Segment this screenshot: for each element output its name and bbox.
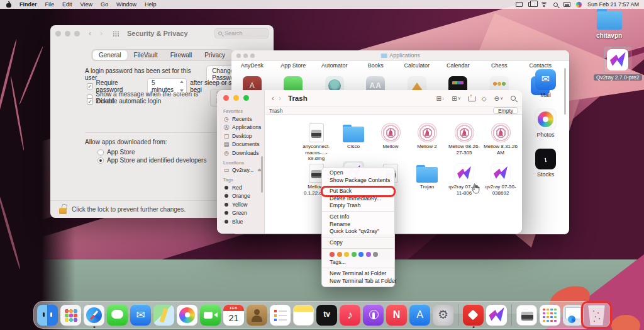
tag-dot-red[interactable] bbox=[330, 252, 335, 257]
show-all-icon[interactable] bbox=[113, 31, 119, 37]
tag-icon[interactable]: ◇ bbox=[482, 95, 487, 102]
dock-app-store-icon[interactable] bbox=[409, 305, 430, 326]
app-item-photos[interactable]: Photos bbox=[522, 109, 569, 138]
dock-mail-icon[interactable] bbox=[130, 305, 151, 326]
menu-item-delete-immediately[interactable]: Delete Immediately... bbox=[322, 195, 394, 203]
menu-view[interactable]: View bbox=[80, 1, 92, 8]
file-item[interactable]: Cisco bbox=[335, 121, 372, 150]
share-icon[interactable] bbox=[469, 95, 474, 101]
tag-dot-grey[interactable] bbox=[373, 252, 378, 257]
menu-item-tags[interactable]: Tags... bbox=[322, 259, 394, 266]
dock-news-icon[interactable] bbox=[386, 305, 407, 326]
dock-finder-icon[interactable] bbox=[37, 305, 58, 326]
apple-menu-icon[interactable] bbox=[6, 2, 11, 8]
app-label[interactable]: Books bbox=[355, 62, 397, 69]
sidebar-tag-yellow[interactable]: Yellow bbox=[223, 200, 264, 209]
tag-dot-green[interactable] bbox=[352, 252, 357, 257]
identified-developers-radio[interactable] bbox=[97, 157, 104, 164]
scrollbar[interactable] bbox=[564, 68, 566, 115]
zoom-button[interactable] bbox=[250, 54, 255, 58]
file-item[interactable]: qv2ray 07-50-038692 bbox=[482, 161, 519, 196]
tag-dot-purple[interactable] bbox=[366, 252, 371, 257]
dock-launchpad-icon[interactable] bbox=[60, 305, 81, 326]
file-item[interactable]: Mellow 8.31.26 AM bbox=[482, 121, 519, 156]
search-input[interactable]: Search bbox=[214, 28, 269, 38]
back-icon[interactable]: ‹ bbox=[89, 29, 91, 38]
view-options-icon[interactable]: ⊞∨ bbox=[452, 95, 461, 102]
file-item[interactable]: anyconnect-macos-...-k9.dmg bbox=[298, 121, 335, 162]
dock-applications-stack-icon[interactable] bbox=[540, 305, 560, 326]
file-item[interactable]: Mellow 08-26-27-305 bbox=[446, 121, 482, 156]
sidebar-item-documents[interactable]: ▤Documents bbox=[223, 140, 264, 149]
app-label[interactable]: AnyDesk bbox=[231, 62, 273, 69]
dock-contacts-icon[interactable] bbox=[247, 305, 267, 326]
menu-item-new-terminal[interactable]: New Terminal at Folder bbox=[322, 270, 394, 278]
desktop-icon-qv2ray[interactable]: Qv2ray 2.7.0-pre2 bbox=[594, 47, 642, 81]
dock-reminders-icon[interactable] bbox=[270, 305, 291, 326]
sidebar-item-downloads[interactable]: ◎Downloads bbox=[223, 149, 264, 157]
file-item[interactable]: Mellow 2 bbox=[409, 121, 445, 150]
icon-size-control[interactable]: ⊞↕ bbox=[436, 95, 444, 102]
file-item[interactable]: Mellow bbox=[372, 121, 409, 150]
app-item-mail[interactable]: ✉ Mail bbox=[522, 69, 569, 98]
dock-messages-icon[interactable] bbox=[107, 305, 128, 326]
minimize-button[interactable] bbox=[233, 95, 239, 101]
app-label[interactable]: Chess bbox=[479, 62, 520, 69]
menu-item-put-back[interactable]: Put Back bbox=[322, 188, 394, 195]
dock-maps-icon[interactable] bbox=[153, 305, 174, 326]
dock-anydesk-icon[interactable] bbox=[463, 305, 484, 326]
dock-system-preferences-icon[interactable] bbox=[433, 305, 453, 326]
app-label[interactable]: Calculator bbox=[396, 62, 438, 69]
app-store-radio[interactable] bbox=[97, 149, 104, 156]
zoom-button[interactable] bbox=[243, 95, 249, 101]
zoom-button[interactable] bbox=[74, 31, 80, 37]
sidebar-item-desktop[interactable]: ▢Desktop bbox=[223, 132, 264, 140]
sidebar-item-applications[interactable]: ⒶApplications bbox=[223, 123, 264, 132]
tag-dot-orange[interactable] bbox=[337, 252, 342, 257]
sidebar-tag-red[interactable]: Red bbox=[223, 183, 264, 192]
desktop-icon-chitavpn[interactable]: chitavpn bbox=[596, 11, 622, 39]
disable-auto-login-checkbox[interactable]: ✓ bbox=[87, 98, 93, 105]
dock-photos-icon[interactable] bbox=[177, 305, 197, 326]
sidebar-tag-green[interactable]: Green bbox=[223, 209, 264, 218]
dock-safari-icon[interactable] bbox=[84, 305, 104, 326]
dock-trash-icon[interactable] bbox=[586, 305, 607, 326]
menu-item-new-terminal-tab[interactable]: New Terminal Tab at Folder bbox=[322, 278, 394, 285]
menu-window[interactable]: Window bbox=[116, 1, 136, 8]
app-label[interactable]: Calendar bbox=[438, 62, 479, 69]
window-stack-icon[interactable] bbox=[528, 2, 535, 7]
sidebar-scrollbar[interactable] bbox=[261, 156, 263, 193]
menu-finder[interactable]: Finder bbox=[19, 1, 37, 8]
tag-dot-blue[interactable] bbox=[358, 252, 364, 257]
minimize-button[interactable] bbox=[65, 31, 70, 37]
dock-notes-icon[interactable] bbox=[293, 305, 314, 326]
sidebar-item-recents[interactable]: ◷Recents bbox=[223, 115, 264, 123]
sidebar-tag-orange[interactable]: Orange bbox=[223, 192, 264, 201]
action-menu-icon[interactable]: ⊖∨ bbox=[494, 95, 503, 102]
menu-item-quick-look[interactable]: Quick Look "qv2ray" bbox=[322, 228, 394, 236]
search-icon[interactable] bbox=[511, 96, 516, 101]
sidebar-tag-blue[interactable]: Blue bbox=[223, 217, 264, 226]
menu-go[interactable]: Go bbox=[101, 1, 108, 8]
dock-qv2ray-icon[interactable] bbox=[486, 305, 507, 326]
screen-mirroring-icon[interactable] bbox=[516, 2, 523, 7]
forward-icon[interactable]: › bbox=[100, 29, 103, 38]
app-item-stocks[interactable]: Stocks bbox=[522, 149, 569, 178]
menu-item-copy[interactable]: Copy bbox=[322, 239, 394, 247]
app-label[interactable]: Automator bbox=[314, 62, 355, 69]
dock-facetime-icon[interactable] bbox=[200, 305, 221, 326]
tab-general[interactable]: General bbox=[92, 50, 128, 60]
app-label[interactable]: App Store bbox=[273, 62, 314, 69]
menu-item-get-info[interactable]: Get Info bbox=[322, 213, 394, 221]
back-icon[interactable]: ‹ bbox=[272, 94, 274, 103]
file-item[interactable]: Trojan bbox=[409, 161, 445, 190]
menu-item-rename[interactable]: Rename bbox=[322, 221, 394, 229]
menu-item-show-package-contents[interactable]: Show Package Contents bbox=[322, 177, 394, 185]
sidebar-item-qv2ray-volume[interactable]: ▭Qv2ray...⏏ bbox=[223, 166, 264, 175]
menu-bar-clock[interactable]: Sun Feb 21 7:57 AM bbox=[587, 1, 639, 8]
keyboard-icon[interactable] bbox=[564, 2, 570, 7]
close-button[interactable] bbox=[55, 31, 61, 37]
tab-privacy[interactable]: Privacy bbox=[198, 50, 231, 60]
dock-music-icon[interactable] bbox=[340, 305, 360, 326]
dock-dmg-document-icon[interactable] bbox=[516, 305, 537, 326]
